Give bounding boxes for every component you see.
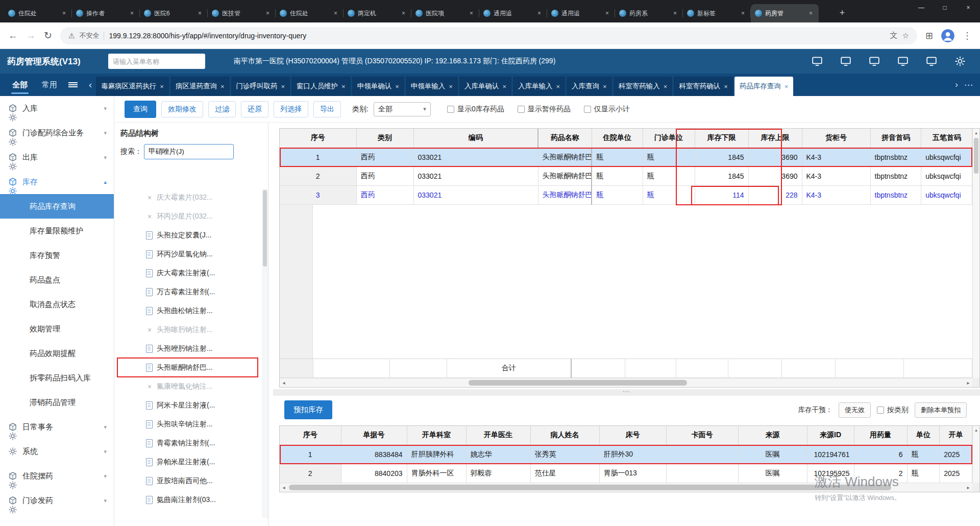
bookmark-star-icon[interactable]: ☆ xyxy=(902,31,909,40)
tab-close-icon[interactable] xyxy=(196,10,204,17)
column-header[interactable]: 单位 xyxy=(907,426,940,445)
module-tab-close-icon[interactable] xyxy=(664,83,668,90)
address-field[interactable]: ⚠ 不安全 199.9.129.28:8000/his-yf/app/#/inv… xyxy=(60,27,917,44)
column-header[interactable]: 五笔首码 xyxy=(921,129,972,148)
column-header[interactable]: 库存上限 xyxy=(748,129,802,148)
sidebar-item[interactable]: 入库 xyxy=(0,96,114,121)
scroll-left-icon[interactable]: ◂ xyxy=(280,378,288,387)
tab-close-icon[interactable] xyxy=(535,10,543,17)
sidebar-item[interactable]: 系统 xyxy=(0,439,114,464)
sidebar-item[interactable]: 拆零药品扫码入库 xyxy=(0,366,114,390)
filter-button[interactable]: 过滤 xyxy=(208,101,236,117)
browser-tab[interactable]: 医院项 xyxy=(411,4,479,22)
module-tab-close-icon[interactable] xyxy=(556,83,560,90)
scroll-left-icon[interactable]: ◂ xyxy=(280,483,288,492)
extensions-icon[interactable]: ⊞ xyxy=(925,30,933,41)
browser-tab[interactable]: 通用追 xyxy=(479,4,547,22)
tree-item[interactable]: 头孢唑肟钠注射... xyxy=(117,339,258,358)
maximize-button[interactable]: □ xyxy=(933,0,957,16)
scroll-up-icon[interactable]: ▴ xyxy=(973,426,979,433)
tree-item[interactable]: 环丙沙星片(032... xyxy=(117,207,258,226)
sidebar-item[interactable]: 出库 xyxy=(0,145,114,170)
column-header[interactable]: 住院单位 xyxy=(592,129,643,148)
module-tab-close-icon[interactable] xyxy=(281,83,285,90)
browser-tab[interactable]: 通用追 xyxy=(547,4,615,22)
menu-list-icon[interactable] xyxy=(68,82,78,88)
sidebar-item[interactable]: 库存量限额维护 xyxy=(0,219,114,243)
column-header[interactable]: 病人姓名 xyxy=(530,426,599,445)
module-tab[interactable]: 入库单输入 xyxy=(513,77,565,96)
scroll-up-icon[interactable]: ▴ xyxy=(973,129,979,135)
module-tab[interactable]: 申领单确认 xyxy=(352,77,404,96)
tab-close-icon[interactable] xyxy=(739,10,747,17)
export-button[interactable]: 导出 xyxy=(313,101,341,117)
kiosk-icon[interactable] xyxy=(897,56,909,67)
restore-button[interactable]: 还原 xyxy=(241,101,268,117)
browser-icon[interactable] xyxy=(926,56,937,67)
window-close-button[interactable]: × xyxy=(957,0,980,16)
scrollbar-thumb[interactable] xyxy=(289,485,891,490)
menu-search-input[interactable] xyxy=(108,54,205,69)
toolbar-checkbox[interactable]: 仅显示小计 xyxy=(584,105,630,114)
tree-item[interactable]: 庆大霉素注射液(... xyxy=(117,264,258,282)
scrollbar-thumb[interactable] xyxy=(469,380,687,386)
browser-tab[interactable]: 药房管 xyxy=(751,4,819,22)
monitor-icon[interactable] xyxy=(840,56,851,67)
module-tab[interactable]: 药品库存查询 xyxy=(734,77,794,96)
tree-scrollbar[interactable] xyxy=(262,189,268,518)
module-tab[interactable]: 毒麻病区退药执行 xyxy=(96,77,169,96)
browser-menu-icon[interactable]: ⋮ xyxy=(963,30,972,41)
sidebar-item[interactable]: 滞销药品管理 xyxy=(0,390,114,415)
checkbox-icon[interactable] xyxy=(518,106,525,113)
browser-tab[interactable]: 操作者 xyxy=(72,4,140,22)
browser-tab[interactable]: 药房系 xyxy=(615,4,683,22)
tree-search-input[interactable] xyxy=(144,144,234,159)
toolbar-checkbox[interactable]: 显示暂停药品 xyxy=(518,105,571,114)
column-header[interactable]: 单据号 xyxy=(341,426,407,445)
delete-withhold-button[interactable]: 删除本单预扣 xyxy=(915,402,967,418)
inventory-row[interactable]: 3 西药 033021 头孢哌酮钠舒巴坦钠注射... 瓶 瓶 114 228 K… xyxy=(280,185,972,204)
column-header[interactable]: 开单科室 xyxy=(407,426,466,445)
module-tab[interactable]: 窗口人员维护 xyxy=(291,77,351,96)
checkbox-icon[interactable] xyxy=(877,407,884,414)
tabs-scroll-left-icon[interactable]: ‹ xyxy=(89,79,92,90)
minimize-button[interactable]: — xyxy=(910,0,933,16)
module-tab[interactable]: 入库查询 xyxy=(567,77,612,96)
new-tab-button[interactable]: + xyxy=(836,8,848,18)
vertical-scrollbar[interactable]: ▴ xyxy=(972,129,979,378)
column-header[interactable]: 编码 xyxy=(413,129,538,148)
sidebar-item[interactable]: 取消盘点状态 xyxy=(0,292,114,317)
column-header[interactable]: 拼音首码 xyxy=(870,129,921,148)
browser-tab[interactable]: 医院6 xyxy=(140,4,208,22)
module-tab-close-icon[interactable] xyxy=(603,83,607,90)
horizontal-scrollbar[interactable]: ◂ ▸ xyxy=(280,378,972,387)
column-header[interactable]: 药品名称 xyxy=(538,129,592,148)
menu-filter-tab[interactable]: 常用 xyxy=(35,74,64,96)
tree-item[interactable]: 头孢哌酮钠舒巴... xyxy=(117,358,258,377)
scroll-right-icon[interactable]: ▸ xyxy=(964,483,972,492)
url-text[interactable]: 199.9.129.28:8000/his-yf/app/#/inventory… xyxy=(109,32,885,40)
tab-close-icon[interactable] xyxy=(400,10,407,17)
column-header[interactable]: 门诊单位 xyxy=(643,129,695,148)
module-tab-close-icon[interactable] xyxy=(449,83,453,90)
sidebar-item[interactable]: 库存预警 xyxy=(0,243,114,268)
forward-icon[interactable]: → xyxy=(26,30,36,41)
scroll-right-icon[interactable]: ▸ xyxy=(964,378,972,387)
withhold-row[interactable]: 1 8838484 肝胆胰脾外科 姚志华 张秀英 肝胆外30 医嘱 102194… xyxy=(280,445,972,464)
toolbar-checkbox[interactable]: 显示0库存药品 xyxy=(447,105,504,114)
checkbox-icon[interactable] xyxy=(447,106,454,113)
column-header[interactable]: 来源 xyxy=(738,426,807,445)
column-header[interactable]: 开单 xyxy=(940,426,972,445)
checkbox-icon[interactable] xyxy=(584,106,591,113)
module-tab[interactable]: 科室寄药输入 xyxy=(614,77,673,96)
column-header[interactable]: 用药量 xyxy=(854,426,907,445)
column-header[interactable]: 库存下限 xyxy=(695,129,748,148)
sidebar-item[interactable]: 日常事务 xyxy=(0,415,114,439)
voice-icon[interactable] xyxy=(869,56,880,67)
tree-item[interactable]: 阿米卡星注射液(... xyxy=(117,396,258,415)
tabs-more-icon[interactable]: ⋯ xyxy=(964,80,973,90)
sidebar-item[interactable]: 门诊配药综合业务 xyxy=(0,121,114,145)
tree-item[interactable]: 头孢曲松钠注射... xyxy=(117,301,258,320)
sidebar-item[interactable]: 效期管理 xyxy=(0,317,114,341)
back-icon[interactable]: ← xyxy=(8,30,18,41)
